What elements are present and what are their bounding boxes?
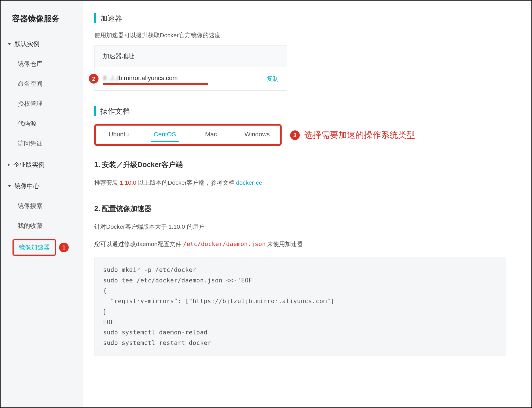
nav-group-header-enterprise[interactable]: 企业版实例 bbox=[1, 155, 83, 175]
sidebar-title: 容器镜像服务 bbox=[1, 8, 83, 34]
chevron-right-icon bbox=[8, 163, 10, 166]
nav-group-mirror-center: 镜像中心 镜像搜索 我的收藏 镜像加速器 1 bbox=[1, 176, 83, 259]
nav-group-label: 企业版实例 bbox=[13, 161, 45, 169]
section-number: 1. bbox=[94, 161, 100, 168]
chevron-down-icon bbox=[8, 185, 11, 187]
annotation-underline bbox=[103, 83, 208, 85]
nav-group-default: 默认实例 镜像仓库 命名空间 授权管理 代码源 访问凭证 bbox=[1, 34, 83, 153]
docker-ce-link[interactable]: docker-ce bbox=[236, 179, 262, 186]
nav-group-header-default[interactable]: 默认实例 bbox=[1, 34, 83, 54]
accel-desc: 使用加速器可以提升获取Docker官方镜像的速度 bbox=[94, 31, 506, 39]
nav-group-header-mirror-center[interactable]: 镜像中心 bbox=[1, 176, 83, 196]
sidebar-item-codesource[interactable]: 代码源 bbox=[1, 114, 83, 134]
tab-ubuntu[interactable]: Ubuntu bbox=[96, 128, 142, 141]
code-block[interactable]: sudo mkdir -p /etc/docker sudo tee /etc/… bbox=[94, 257, 506, 356]
accel-address-suffix: b.mirror.aliyuncs.com bbox=[119, 74, 178, 82]
doc-section2-para2: 您可以通过修改daemon配置文件 /etc/docker/daemon.jso… bbox=[94, 239, 506, 249]
sidebar-item-mirror-search[interactable]: 镜像搜索 bbox=[1, 196, 83, 216]
accel-address: II ../..Ib.mirror.aliyuncs.com bbox=[103, 74, 267, 83]
accel-card-header: 加速器地址 bbox=[95, 46, 287, 67]
annotation-box-3: Ubuntu CentOS Mac Windows bbox=[94, 124, 282, 146]
section-title-text: 安装／升级Docker客户端 bbox=[102, 161, 183, 168]
sidebar: 容器镜像服务 默认实例 镜像仓库 命名空间 授权管理 代码源 访问凭证 企业版实… bbox=[1, 1, 83, 407]
daemon-json-path: /etc/docker/daemon.json bbox=[183, 241, 266, 247]
sidebar-item-mirror-accel[interactable]: 镜像加速器 bbox=[19, 244, 50, 251]
sidebar-item-credentials[interactable]: 访问凭证 bbox=[1, 134, 83, 153]
accel-card-body: 2 II ../..Ib.mirror.aliyuncs.com 复制 bbox=[95, 67, 287, 85]
doc-section2-title: 2.配置镜像加速器 bbox=[94, 204, 506, 213]
version-text: 1.10.0 bbox=[120, 179, 136, 186]
annotation-badge-3: 3 bbox=[290, 130, 300, 140]
tab-centos[interactable]: CentOS bbox=[142, 128, 188, 141]
sidebar-item-auth[interactable]: 授权管理 bbox=[1, 94, 83, 114]
section-number: 2. bbox=[94, 205, 100, 213]
sidebar-item-mirror-accel-wrapper: 镜像加速器 1 bbox=[1, 236, 83, 259]
tab-windows[interactable]: Windows bbox=[234, 128, 280, 141]
main-content: 加速器 使用加速器可以提升获取Docker官方镜像的速度 加速器地址 2 II … bbox=[83, 1, 531, 407]
doc-section1-para: 推荐安装 1.10.0 以上版本的Docker客户端，参考文档 docker-c… bbox=[94, 178, 506, 188]
nav-group-enterprise: 企业版实例 bbox=[1, 155, 83, 175]
copy-button[interactable]: 复制 bbox=[267, 75, 278, 83]
section-title-text: 配置镜像加速器 bbox=[102, 205, 152, 213]
sidebar-item-my-favorites[interactable]: 我的收藏 bbox=[1, 216, 83, 236]
sidebar-item-repos[interactable]: 镜像仓库 bbox=[1, 54, 83, 74]
accel-address-blurred: II ../..I bbox=[103, 74, 119, 82]
annotation-badge-1: 1 bbox=[59, 243, 69, 252]
docs-section-header: 操作文档 bbox=[94, 106, 506, 116]
doc-section1-title: 1.安装／升级Docker客户端 bbox=[94, 160, 506, 169]
accel-card: 加速器地址 2 II ../..Ib.mirror.aliyuncs.com 复… bbox=[94, 45, 287, 91]
annotation-box-1: 镜像加速器 1 bbox=[12, 239, 56, 256]
sidebar-item-namespace[interactable]: 命名空间 bbox=[1, 74, 83, 94]
annotation-badge-2: 2 bbox=[89, 74, 99, 84]
nav-group-label: 镜像中心 bbox=[14, 182, 39, 190]
tabs-wrapper: Ubuntu CentOS Mac Windows 3 选择需要加速的操作系统类… bbox=[94, 124, 506, 146]
nav-group-label: 默认实例 bbox=[14, 40, 39, 48]
tab-mac[interactable]: Mac bbox=[188, 128, 234, 141]
annotation-text-3: 选择需要加速的操作系统类型 bbox=[304, 129, 415, 141]
doc-section2-para1: 针对Docker客户端版本大于 1.10.0 的用户 bbox=[94, 222, 506, 232]
chevron-down-icon bbox=[8, 43, 11, 45]
accel-section-header: 加速器 bbox=[94, 13, 506, 23]
